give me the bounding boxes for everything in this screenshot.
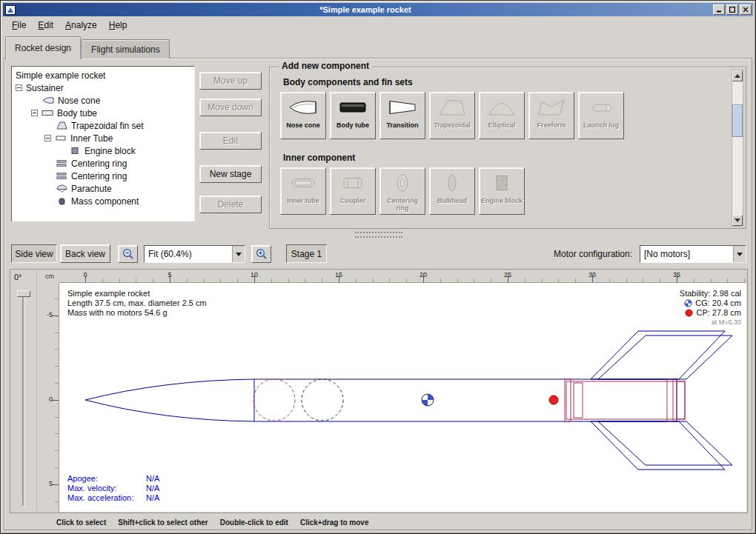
cg-value: CG: 20.4 cm: [695, 298, 741, 308]
rocket-mass: Mass with no motors 54.6 g: [67, 308, 207, 318]
scrollbar-thumb[interactable]: [732, 104, 743, 137]
tree-item-fin-set[interactable]: Trapezoidal fin set: [12, 119, 194, 132]
add-trapezoidal-fin-button[interactable]: Trapezoidal: [429, 92, 475, 139]
add-transition-button[interactable]: Transition: [379, 92, 425, 139]
add-launch-lug-button[interactable]: Launch lug: [578, 92, 624, 139]
zoom-in-button[interactable]: [251, 245, 271, 263]
rocket-name: Simple example rocket: [67, 289, 207, 298]
menu-edit[interactable]: Edit: [33, 19, 59, 32]
centering-ring-icon: [56, 172, 67, 180]
split-pane-divider[interactable]: [355, 232, 402, 241]
scroll-up-button[interactable]: [732, 70, 743, 81]
tree-item-centering-ring[interactable]: Centering ring: [12, 170, 194, 182]
nose-cone-icon: [288, 98, 318, 117]
minimize-icon: [716, 7, 722, 13]
rotation-control: 0°: [10, 270, 37, 513]
collapse-icon[interactable]: [16, 84, 22, 91]
bulkhead-icon: [437, 173, 467, 193]
inner-tube-icon: [55, 134, 67, 142]
hint-shift-click: Shift+click to select other: [118, 518, 208, 529]
zoom-in-icon: [256, 248, 268, 260]
horizontal-ruler: 0 5 10 15 20 25 30 35: [59, 270, 746, 283]
menu-help[interactable]: Help: [104, 19, 133, 32]
freeform-fin-icon: [537, 98, 566, 117]
body-tube-icon: [338, 98, 368, 117]
zoom-out-button[interactable]: [118, 245, 138, 263]
tree-item-rocket[interactable]: Simple example rocket: [12, 69, 194, 81]
delete-button[interactable]: Delete: [199, 196, 262, 213]
back-view-button[interactable]: Back view: [60, 244, 110, 263]
chevron-down-icon[interactable]: [733, 246, 746, 262]
add-bulkhead-button[interactable]: Bulkhead: [429, 167, 475, 215]
scroll-down-button[interactable]: [732, 215, 743, 226]
add-centering-ring-button[interactable]: Centering ring: [379, 167, 425, 215]
move-up-button[interactable]: Move up: [199, 72, 262, 90]
zoom-out-icon: [122, 248, 134, 260]
add-body-tube-button[interactable]: Body tube: [330, 92, 376, 139]
tab-rocket-design[interactable]: Rocket design: [5, 36, 81, 59]
mass-component-icon: [56, 197, 67, 205]
collapse-icon[interactable]: [44, 135, 51, 141]
new-stage-button[interactable]: New stage: [199, 165, 262, 183]
rocket-drawing-area[interactable]: Simple example rocket Length 37.5 cm, ma…: [59, 283, 746, 512]
elliptical-fin-icon: [487, 98, 517, 117]
cp-marker: [549, 396, 558, 404]
tree-item-inner-tube[interactable]: Inner Tube: [12, 132, 194, 144]
launch-lug-icon: [586, 98, 616, 117]
app-window: *Simple example rocket File Edit Analyze…: [0, 0, 756, 534]
nose-cone-icon: [42, 96, 54, 104]
rotation-angle: 0°: [14, 273, 22, 281]
add-coupler-button[interactable]: Coupler: [330, 167, 376, 215]
hint-double-click: Double-click to edit: [220, 518, 288, 529]
tree-item-mass-component[interactable]: Mass component: [12, 195, 194, 207]
tree-item-nose-cone[interactable]: Nose cone: [12, 94, 194, 107]
stage-1-toggle[interactable]: Stage 1: [286, 244, 327, 263]
rotation-slider-track[interactable]: [22, 293, 25, 507]
flight-data: Apogee:N/A Max. velocity:N/A Max. accele…: [67, 474, 159, 503]
motor-configuration-label: Motor configuration:: [554, 249, 632, 259]
add-freeform-fin-button[interactable]: Freeform: [528, 92, 574, 139]
add-elliptical-fin-button[interactable]: Elliptical: [479, 92, 525, 139]
add-nose-cone-button[interactable]: Nose cone: [280, 92, 326, 139]
move-down-button[interactable]: Move down: [199, 99, 262, 116]
add-inner-tube-button[interactable]: Inner tube: [280, 167, 326, 215]
component-tree[interactable]: Simple example rocket Sustainer Nose con…: [11, 66, 195, 221]
tree-item-body-tube[interactable]: Body tube: [12, 107, 194, 119]
status-bar: Click to select Shift+click to select ot…: [10, 518, 746, 529]
app-icon: [5, 5, 16, 15]
minimize-button[interactable]: [713, 4, 725, 15]
rotation-slider-handle[interactable]: [17, 290, 30, 297]
fin-set-icon: [56, 121, 67, 130]
side-view-button[interactable]: Side view: [11, 244, 57, 263]
velocity-value: N/A: [146, 484, 159, 493]
chevron-down-icon[interactable]: [232, 246, 245, 262]
rocket-dimensions: Length 37.5 cm, max. diameter 2.5 cm: [67, 298, 207, 308]
apogee-value: N/A: [146, 474, 159, 484]
add-engine-block-button[interactable]: Engine block: [479, 167, 525, 215]
collapse-icon[interactable]: [31, 110, 38, 116]
title-bar[interactable]: *Simple example rocket: [3, 3, 753, 16]
close-button[interactable]: [740, 4, 752, 15]
acceleration-value: N/A: [146, 493, 159, 503]
component-scrollbar[interactable]: [732, 70, 743, 227]
tree-item-centering-ring[interactable]: Centering ring: [12, 157, 194, 170]
mach-condition: at M=0.30: [680, 318, 741, 327]
group-title: Add new component: [279, 61, 372, 71]
menu-analyze[interactable]: Analyze: [60, 19, 102, 32]
tree-item-sustainer[interactable]: Sustainer: [12, 81, 194, 94]
engine-block-icon: [487, 173, 517, 193]
menu-file[interactable]: File: [7, 19, 31, 32]
cg-marker: [422, 394, 434, 406]
trapezoidal-fin-icon: [437, 98, 467, 117]
tab-flight-simulations[interactable]: Flight simulations: [82, 39, 170, 59]
motor-configuration-select[interactable]: [No motors]: [640, 245, 746, 263]
tree-item-engine-block[interactable]: Engine block: [12, 144, 194, 157]
maximize-button[interactable]: [726, 4, 738, 15]
window-title: *Simple example rocket: [18, 3, 713, 16]
inner-component-label: Inner component: [283, 153, 355, 163]
zoom-level-select[interactable]: Fit (60.4%): [144, 245, 245, 263]
tree-item-parachute[interactable]: Parachute: [12, 182, 194, 195]
rocket-canvas: 0° cm 0 5 10 15 20 25 30 35 -5 0 5: [10, 269, 748, 513]
stability-value: Stability: 2.98 cal: [680, 289, 741, 298]
edit-button[interactable]: Edit: [199, 132, 262, 150]
